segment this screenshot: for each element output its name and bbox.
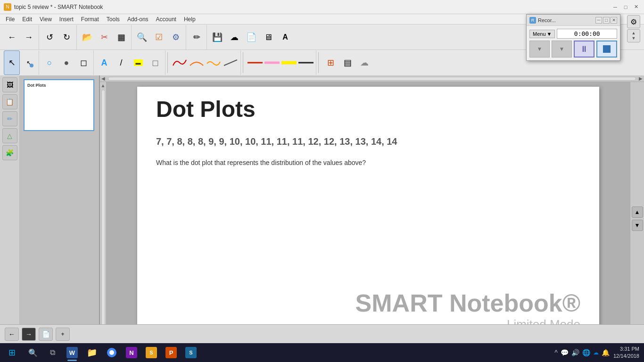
taskbar-task-view[interactable]: ⧉ <box>42 343 62 362</box>
right-panel-up[interactable]: ▲ <box>632 206 643 218</box>
v-scroll-up[interactable]: ▲ <box>100 82 107 89</box>
recorder-menu-button[interactable]: Menu ▼ <box>529 30 555 38</box>
panel-image-button[interactable]: 🖼 <box>2 77 17 92</box>
open-button[interactable]: 📂 <box>79 25 95 49</box>
maximize-button[interactable]: □ <box>621 3 630 11</box>
fill-circle-button[interactable]: ● <box>58 50 74 75</box>
right-panel: ▲ ▼ <box>630 82 644 355</box>
close-button[interactable]: ✕ <box>632 3 640 11</box>
save-button[interactable]: 💾 <box>209 25 225 49</box>
curve2-button[interactable] <box>189 50 205 75</box>
highlighter-button[interactable]: ▬ <box>130 50 146 75</box>
circle-button[interactable]: ○ <box>41 50 58 75</box>
select2-button[interactable]: ↖ <box>21 50 37 75</box>
undo-button[interactable]: ↺ <box>41 25 58 49</box>
save-cloud-button[interactable]: ☁ <box>226 25 242 49</box>
pen-yellow-button[interactable] <box>281 50 297 75</box>
menu-file[interactable]: File <box>2 15 18 24</box>
eraser-button[interactable]: ◻ <box>75 50 91 75</box>
menu-addons[interactable]: Add-ons <box>124 15 152 24</box>
arrow-updown-button[interactable]: ▲ ▼ <box>627 29 640 42</box>
pen-insert-button[interactable]: ✏ <box>189 25 205 49</box>
screen-button[interactable]: 🖥 <box>260 25 276 49</box>
h-scrollbar[interactable]: ◀ ▶ <box>100 75 644 82</box>
curve1-button[interactable] <box>172 50 188 75</box>
show-hidden-icon[interactable]: ^ <box>554 349 558 356</box>
eraser2-button[interactable]: ◻ <box>147 50 163 75</box>
recorder-stop-button[interactable] <box>596 41 617 58</box>
add-page-button[interactable]: 📄 <box>39 328 53 341</box>
recorder-close-button[interactable]: ✕ <box>611 17 617 24</box>
table-button[interactable]: ▦ <box>113 25 129 49</box>
menu-account[interactable]: Account <box>152 15 180 24</box>
menu-insert[interactable]: Insert <box>56 15 77 24</box>
taskbar-search-button[interactable]: 🔍 <box>25 345 41 360</box>
grid-button[interactable]: ⊞ <box>322 50 339 75</box>
menu-tools[interactable]: Tools <box>103 15 124 24</box>
menu-help[interactable]: Help <box>180 15 199 24</box>
pen-yellow-icon <box>281 58 297 67</box>
onedrive-icon[interactable]: ☁ <box>593 349 599 356</box>
h-scroll-right[interactable]: ▶ <box>637 75 644 82</box>
divider-button[interactable]: ▤ <box>339 50 355 75</box>
slide-thumbnail-1[interactable]: Dot Plots <box>24 79 94 131</box>
start-button[interactable]: ⊞ <box>0 343 24 362</box>
taskbar-chrome[interactable] <box>102 343 122 362</box>
redo-button[interactable]: ↻ <box>58 25 74 49</box>
straight-button[interactable] <box>223 50 239 75</box>
right-panel-down[interactable]: ▼ <box>632 220 643 231</box>
network-icon[interactable]: 🌐 <box>582 349 590 356</box>
recorder-pause-button[interactable]: ⏸ <box>574 41 594 58</box>
notification-icon[interactable]: 🔔 <box>602 349 610 356</box>
line-button[interactable]: / <box>113 50 129 75</box>
recorder-track2-button[interactable]: ▼ <box>552 41 572 58</box>
panel-puzzle-button[interactable]: 🧩 <box>2 145 17 160</box>
pen-red-icon <box>247 58 264 67</box>
activity-button[interactable]: ⚙ <box>168 25 184 49</box>
v-scroll-track[interactable] <box>101 90 105 348</box>
recorder-track-button[interactable]: ▼ <box>529 41 550 58</box>
recorder-panel: R Recor... ─ □ ✕ Menu ▼ 0:00:00 ▼ ▼ ⏸ <box>526 14 620 61</box>
text-button[interactable]: A <box>96 50 112 75</box>
taskbar-onenote[interactable]: N <box>122 343 141 362</box>
panel-shapes-button[interactable]: △ <box>2 128 17 143</box>
pen-red-button[interactable] <box>247 50 263 75</box>
pen-pink-button[interactable] <box>264 50 280 75</box>
line-icon: / <box>120 58 122 67</box>
pen-curves-group <box>170 50 241 75</box>
menu-view[interactable]: View <box>36 15 56 24</box>
prev-page-button[interactable]: ← <box>5 328 19 341</box>
checkbox-button[interactable]: ☑ <box>151 25 167 49</box>
taskbar-word[interactable]: W <box>62 343 82 362</box>
volume-icon[interactable]: 🔊 <box>571 349 579 356</box>
find-button[interactable]: 🔍 <box>134 25 150 49</box>
next-page-button[interactable]: → <box>22 328 36 341</box>
forward-button[interactable]: → <box>21 25 37 49</box>
taskbar-explorer[interactable]: 📁 <box>82 343 102 362</box>
minimize-button[interactable]: ─ <box>611 3 619 11</box>
menu-edit[interactable]: Edit <box>18 15 36 24</box>
menu-format[interactable]: Format <box>77 15 103 24</box>
taskbar-powerpoint[interactable]: P <box>161 343 181 362</box>
recorder-maximize-button[interactable]: □ <box>603 17 610 24</box>
gear-button[interactable]: ⚙ <box>627 15 640 28</box>
taskbar-smart-cam[interactable]: S <box>181 343 201 362</box>
back-button[interactable]: ← <box>4 25 20 49</box>
chat-icon[interactable]: 💬 <box>561 349 569 356</box>
cloud3-button[interactable]: ☁ <box>356 50 372 75</box>
resize-button[interactable]: A <box>277 25 293 49</box>
curve3-button[interactable] <box>206 50 222 75</box>
h-scroll-left[interactable]: ◀ <box>100 75 107 82</box>
save-pdf-button[interactable]: 📄 <box>243 25 259 49</box>
panel-clipboard-button[interactable]: 📋 <box>2 94 17 109</box>
taskbar-smart[interactable]: S <box>141 343 161 362</box>
select-button[interactable]: ↖ <box>4 50 20 75</box>
add-page2-button[interactable]: + <box>56 328 70 341</box>
undo-icon: ↺ <box>46 33 53 41</box>
recorder-minimize-button[interactable]: ─ <box>595 17 602 24</box>
cut-button[interactable]: ✂ <box>96 25 112 49</box>
panel-pen-button[interactable]: ✏ <box>2 111 17 126</box>
h-scroll-track[interactable] <box>108 77 636 81</box>
v-scrollbar[interactable]: ▲ ▼ <box>100 82 107 355</box>
pen-black-button[interactable] <box>298 50 314 75</box>
